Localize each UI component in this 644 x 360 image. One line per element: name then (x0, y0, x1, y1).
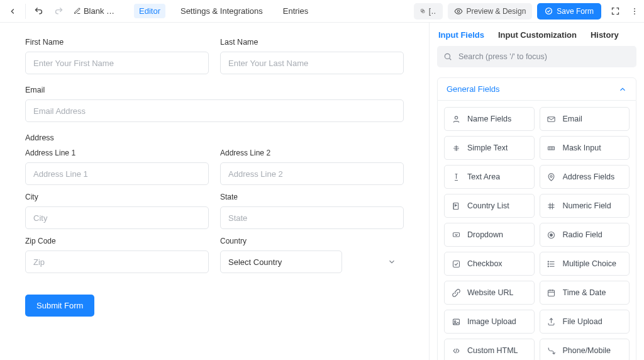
field-tile[interactable]: Address Fields (540, 165, 630, 189)
field-tile[interactable]: Phone/Mobile (540, 339, 630, 360)
redo-icon (54, 6, 64, 16)
svg-point-6 (634, 13, 635, 14)
calendar-icon (547, 288, 557, 298)
svg-point-31 (548, 266, 548, 266)
shortcode-button[interactable]: [f… (414, 3, 443, 20)
expand-icon (611, 6, 620, 16)
country-select[interactable] (220, 250, 342, 273)
field-label: Custom HTML (467, 346, 518, 355)
state-input[interactable] (220, 206, 404, 229)
svg-line-38 (455, 348, 456, 353)
addr1-label: Address Line 1 (25, 149, 209, 157)
save-label: Save Form (557, 7, 594, 16)
user-icon (451, 114, 461, 124)
check-circle-icon (545, 7, 553, 15)
text-icon (451, 143, 461, 153)
field-tile[interactable]: Multiple Choice (540, 252, 630, 276)
svg-point-37 (454, 320, 456, 322)
svg-point-29 (548, 261, 548, 262)
field-tile[interactable]: File Upload (540, 310, 630, 334)
field-tile[interactable]: Email (540, 107, 630, 131)
preview-button[interactable]: Preview & Design (448, 3, 533, 20)
field-tile[interactable]: Image Upload (444, 310, 535, 334)
more-button[interactable] (629, 3, 640, 20)
svg-line-8 (450, 59, 452, 60)
redo-button[interactable] (50, 3, 67, 20)
first-name-input[interactable] (25, 52, 209, 74)
search-icon (443, 52, 452, 61)
flag-icon (451, 201, 461, 211)
first-name-label: First Name (25, 38, 209, 47)
image-icon (451, 317, 461, 327)
last-name-label: Last Name (220, 38, 404, 47)
field-label: Address Fields (563, 172, 615, 181)
field-label: Radio Field (563, 230, 602, 239)
general-fields-title: General Fields (447, 84, 500, 94)
svg-rect-22 (453, 232, 459, 236)
svg-point-7 (445, 53, 450, 59)
svg-point-15 (550, 175, 552, 177)
field-tile[interactable]: Time & Date (540, 281, 630, 305)
preview-label: Preview & Design (467, 7, 526, 16)
svg-point-9 (455, 116, 457, 118)
textarea-icon (451, 172, 461, 182)
copy-icon (420, 7, 425, 15)
link-icon (451, 288, 461, 298)
field-tile[interactable]: Country List (444, 194, 535, 218)
field-label: Mask Input (563, 143, 601, 152)
country-label: Country (220, 237, 404, 245)
svg-rect-32 (548, 290, 555, 296)
tab-settings[interactable]: Settings & Integrations (175, 4, 268, 18)
field-tile[interactable]: Dropdown (444, 223, 535, 247)
side-tab-fields[interactable]: Input Fields (438, 30, 484, 40)
undo-icon (34, 6, 43, 16)
field-tile[interactable]: Radio Field (540, 223, 630, 247)
zip-input[interactable] (25, 250, 209, 273)
pencil-icon (74, 7, 81, 15)
field-tile[interactable]: Text Area (444, 165, 535, 189)
field-tile[interactable]: Mask Input (540, 136, 630, 160)
field-label: Multiple Choice (563, 259, 616, 268)
form-canvas[interactable]: First Name Last Name Email Address Addre… (0, 23, 429, 360)
field-label: Simple Text (467, 143, 508, 152)
field-label: Numeric Field (563, 201, 611, 210)
field-tile[interactable]: Simple Text (444, 136, 535, 160)
address-section: Address (25, 133, 404, 142)
svg-point-4 (634, 8, 635, 9)
state-label: State (220, 193, 404, 201)
field-label: Image Upload (467, 317, 516, 326)
last-name-input[interactable] (220, 52, 404, 74)
addr1-input[interactable] (25, 162, 209, 185)
checkbox-icon (451, 259, 461, 269)
undo-button[interactable] (30, 3, 47, 20)
zip-label: Zip Code (25, 237, 209, 245)
field-label: File Upload (563, 317, 602, 326)
fullscreen-button[interactable] (606, 3, 624, 20)
save-button[interactable]: Save Form (537, 3, 601, 20)
field-label: Dropdown (467, 230, 503, 239)
tab-editor[interactable]: Editor (134, 4, 165, 18)
submit-button[interactable]: Submit Form (25, 295, 94, 317)
city-input[interactable] (25, 206, 209, 229)
tab-entries[interactable]: Entries (278, 4, 313, 18)
general-fields-header[interactable]: General Fields (437, 77, 636, 101)
field-tile[interactable]: Checkbox (444, 252, 535, 276)
field-tile[interactable]: Custom HTML (444, 339, 535, 360)
code-icon (451, 346, 461, 356)
side-tab-customization[interactable]: Input Customization (498, 30, 577, 40)
back-button[interactable] (4, 3, 21, 20)
field-tile[interactable]: Name Fields (444, 107, 535, 131)
addr2-input[interactable] (220, 162, 404, 185)
field-label: Name Fields (467, 115, 511, 123)
field-tile[interactable]: Website URL (444, 281, 535, 305)
form-title[interactable]: Blank F… (70, 6, 120, 16)
search-input[interactable] (437, 46, 636, 67)
eye-icon (454, 7, 463, 16)
field-tile[interactable]: Numeric Field (540, 194, 630, 218)
field-label: Country List (467, 201, 509, 210)
side-tab-history[interactable]: History (591, 30, 619, 40)
mail-icon (547, 114, 557, 124)
email-input[interactable] (25, 99, 404, 122)
mask-icon (547, 143, 557, 153)
field-label: Checkbox (467, 259, 502, 268)
